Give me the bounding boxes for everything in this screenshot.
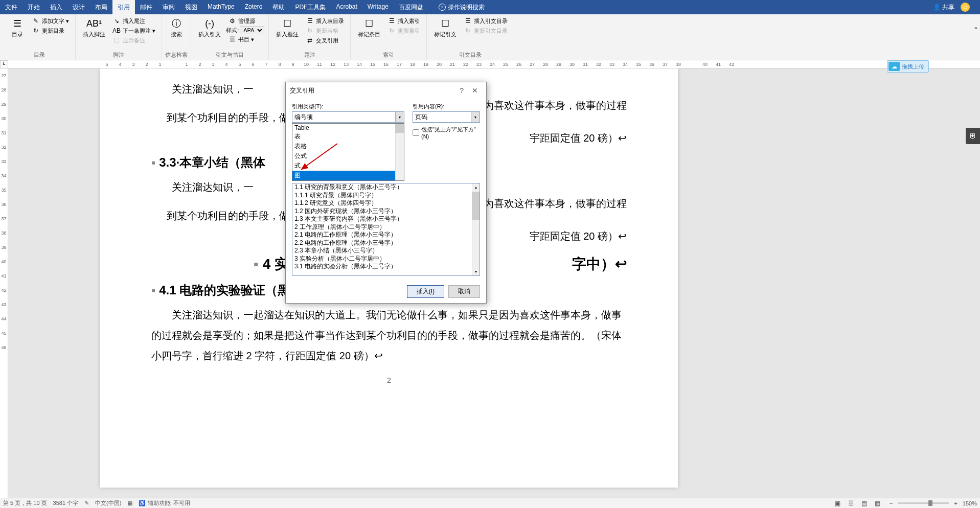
添加文字 ▾-icon: ✎ <box>32 17 40 25</box>
user-avatar-icon[interactable]: ☺ <box>961 3 970 12</box>
list-item[interactable]: 1.2 国内外研究现状（黑体小三号字） <box>292 207 480 216</box>
插入脚注-button[interactable]: AB¹插入脚注 <box>80 16 108 39</box>
插入索引-button[interactable]: ☰插入索引 <box>385 16 422 26</box>
zoom-level[interactable]: 150% <box>963 500 977 506</box>
upload-badge[interactable]: ☁ 拖拽上传 <box>887 60 929 73</box>
accessibility-button[interactable]: ♿ 辅助功能: 不可用 <box>139 499 190 507</box>
下一条脚注 ▾-icon: AB <box>112 27 121 35</box>
list-scrollbar[interactable]: ▴ ▾ <box>472 183 480 275</box>
更新目录-icon: ↻ <box>32 27 40 35</box>
bibliography-button[interactable]: ☰书目 ▾ <box>226 35 264 44</box>
chevron-down-icon: ▾ <box>395 112 404 122</box>
spellcheck-icon[interactable]: ✎ <box>84 500 89 506</box>
更新目录-button[interactable]: ↻更新目录 <box>30 26 71 35</box>
插入引文目录-button[interactable]: ☰插入引文目录 <box>462 16 510 26</box>
collapse-ribbon-button[interactable]: ⌃ <box>972 14 980 45</box>
list-item[interactable]: 1.3 本文主要研究内容（黑体小三号字） <box>292 215 480 223</box>
tab-审阅[interactable]: 审阅 <box>157 0 180 15</box>
添加文字 ▾-button[interactable]: ✎添加文字 ▾ <box>30 16 71 26</box>
print-layout-icon[interactable]: ▤ <box>858 499 871 508</box>
reference-items-list[interactable]: 1.1 研究的背景和意义（黑体小三号字）1.1.1 研究背景（黑体四号字）1.1… <box>292 183 480 276</box>
insert-button[interactable]: 插入(I) <box>407 285 444 298</box>
dialog-help-button[interactable]: ? <box>455 85 468 96</box>
tab-Zotero[interactable]: Zotero <box>240 0 268 15</box>
type-option-图[interactable]: 图 <box>292 171 404 180</box>
type-option-式[interactable]: 式 <box>292 161 404 171</box>
list-item[interactable]: 1.1.2 研究意义（黑体四号字） <box>292 199 480 207</box>
zoom-in-button[interactable]: + <box>954 500 957 506</box>
zoom-out-button[interactable]: − <box>890 500 893 506</box>
tab-布局[interactable]: 布局 <box>90 0 112 15</box>
page-indicator[interactable]: 第 5 页，共 10 页 <box>3 499 47 507</box>
list-item[interactable]: 3.1 电路的实验分析（黑体小三号字） <box>292 263 480 271</box>
cancel-button[interactable]: 取消 <box>448 285 480 298</box>
tab-帮助[interactable]: 帮助 <box>267 0 290 15</box>
citation-style-dropdown[interactable]: 样式:APA <box>226 26 264 34</box>
horizontal-ruler[interactable]: 5432112345678910111213141516171819202122… <box>8 60 980 68</box>
搜索-button[interactable]: ⓘ搜索 <box>166 16 187 39</box>
list-item[interactable]: 1.1 研究的背景和意义（黑体小三号字） <box>292 183 480 192</box>
标记条目-button[interactable]: ☐标记条目 <box>355 16 383 39</box>
web-layout-icon[interactable]: ▦ <box>871 499 884 508</box>
statusbar: 第 5 页，共 10 页 3581 个字 ✎ 中文(中国) ▦ ♿ 辅助功能: … <box>0 498 980 508</box>
list-item[interactable]: 3 实验分析（黑体小二号字居中） <box>292 255 480 263</box>
list-item[interactable]: 2.1 电路的工作原理（黑体小三号字） <box>292 231 480 239</box>
include-above-below-checkbox[interactable] <box>413 129 419 136</box>
ribbon: ☰目录✎添加文字 ▾↻更新目录目录AB¹插入脚注↘插入尾注AB下一条脚注 ▾☐显… <box>0 14 980 60</box>
type-option-表[interactable]: 表 <box>292 132 404 142</box>
tab-PDF工具集[interactable]: PDF工具集 <box>290 0 331 15</box>
macros-icon[interactable]: ▦ <box>127 500 132 506</box>
group-label: 目录 <box>3 51 75 59</box>
tab-插入[interactable]: 插入 <box>45 0 67 15</box>
usb-panel-icon[interactable]: ⛨ <box>966 128 980 144</box>
share-button[interactable]: 👤 共享 <box>933 3 954 12</box>
vertical-ruler[interactable]: 2728293031323334353637383940414243444546 <box>0 68 8 498</box>
type-option-公式[interactable]: 公式 <box>292 151 404 161</box>
tab-引用[interactable]: 引用 <box>112 0 135 15</box>
scroll-thumb[interactable] <box>472 192 480 220</box>
tab-设计[interactable]: 设计 <box>67 0 90 15</box>
tab-MathType[interactable]: MathType <box>202 0 240 15</box>
list-item[interactable]: 2 工作原理（黑体小二号字居中） <box>292 223 480 232</box>
tab-百度网盘[interactable]: 百度网盘 <box>394 0 428 15</box>
标记引文-button[interactable]: ☐标记引文 <box>431 16 460 39</box>
language-button[interactable]: 中文(中国) <box>95 499 121 507</box>
ribbon-group-题注: ☐插入题注☰插入表目录↻更新表格⇄交叉引用题注 <box>269 14 351 60</box>
list-item[interactable]: 2.2 电路的工作原理（黑体小三号字） <box>292 239 480 247</box>
tab-文件[interactable]: 文件 <box>0 0 22 15</box>
插入表目录-button[interactable]: ☰插入表目录 <box>304 16 346 26</box>
document-area[interactable]: 关注溜达知识，一 么事，如果只是因为喜欢这件事本身，做事的过程 到某个功利目的的… <box>8 68 980 498</box>
word-count[interactable]: 3581 个字 <box>53 499 79 507</box>
list-item[interactable]: 1.1.1 研究背景（黑体四号字） <box>292 192 480 200</box>
scroll-up-icon[interactable]: ▴ <box>472 183 480 191</box>
scroll-down-icon[interactable]: ▾ <box>472 268 480 275</box>
ref-type-dropdown[interactable]: 编号项 ▾ <box>292 111 404 123</box>
下一条脚注 ▾-button[interactable]: AB下一条脚注 ▾ <box>110 26 157 35</box>
ref-type-dropdown-list[interactable]: Table表表格公式式图 <box>292 123 404 181</box>
dropdown-scrollbar[interactable] <box>395 124 404 180</box>
tell-me[interactable]: ♀ 操作说明搜索 <box>439 3 485 12</box>
tab-邮件[interactable]: 邮件 <box>135 0 157 15</box>
dialog-titlebar: 交叉引用 ? ✕ <box>286 82 486 99</box>
插入题注-icon: ☐ <box>281 17 293 30</box>
bulb-icon: ♀ <box>439 4 446 11</box>
插入引文-button[interactable]: (-)插入引文 <box>195 16 224 39</box>
tab-开始[interactable]: 开始 <box>22 0 45 15</box>
插入尾注-button[interactable]: ↘插入尾注 <box>110 16 157 26</box>
focus-mode-icon[interactable]: ▣ <box>831 499 845 508</box>
type-option-Table[interactable]: Table <box>292 124 404 132</box>
type-option-表格[interactable]: 表格 <box>292 142 404 151</box>
dialog-close-button[interactable]: ✕ <box>468 85 482 96</box>
zoom-slider[interactable] <box>898 502 949 504</box>
交叉引用-button[interactable]: ⇄交叉引用 <box>304 36 346 45</box>
目录-button[interactable]: ☰目录 <box>7 16 28 39</box>
管理源-button[interactable]: ⚙管理源 <box>226 16 264 26</box>
插入题注-button[interactable]: ☐插入题注 <box>273 16 302 39</box>
插入引文目录-icon: ☰ <box>464 17 472 25</box>
ref-content-dropdown[interactable]: 页码 ▾ <box>413 111 480 123</box>
tab-视图[interactable]: 视图 <box>180 0 202 15</box>
tab-Writage[interactable]: Writage <box>362 0 394 15</box>
list-item[interactable]: 2.3 本章小结（黑体小三号字） <box>292 247 480 255</box>
read-mode-icon[interactable]: ☰ <box>845 499 858 508</box>
tab-Acrobat[interactable]: Acrobat <box>331 0 362 15</box>
